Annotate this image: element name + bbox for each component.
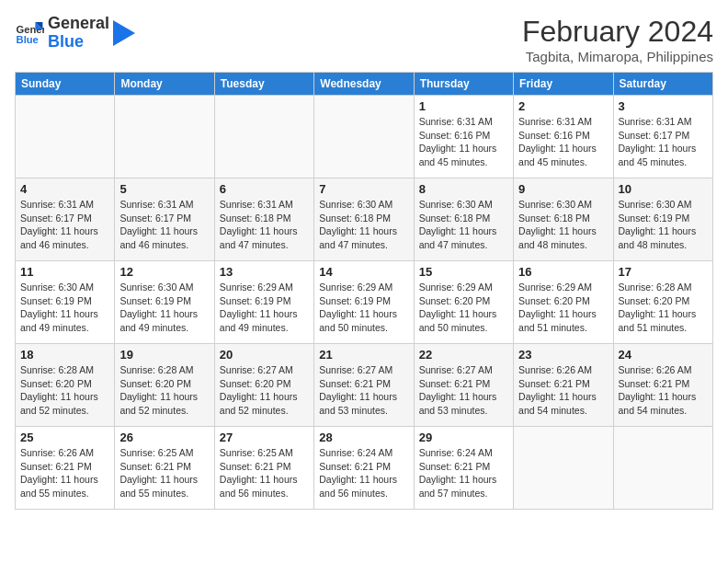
sunrise-info: Sunrise: 6:30 AMSunset: 6:18 PMDaylight:… [419, 199, 497, 250]
day-number: 22 [419, 348, 508, 362]
sunrise-info: Sunrise: 6:27 AMSunset: 6:20 PMDaylight:… [220, 364, 298, 416]
calendar-month-year: February 2024 [522, 15, 713, 49]
day-number: 24 [619, 348, 708, 362]
calendar-cell [514, 427, 613, 510]
calendar-cell: 7 Sunrise: 6:30 AMSunset: 6:18 PMDayligh… [314, 178, 414, 261]
calendar-cell: 18 Sunrise: 6:28 AMSunset: 6:20 PMDaylig… [16, 344, 115, 427]
calendar-cell: 25 Sunrise: 6:26 AMSunset: 6:21 PMDaylig… [16, 427, 115, 510]
sunrise-info: Sunrise: 6:31 AMSunset: 6:17 PMDaylight:… [20, 199, 98, 250]
sunrise-info: Sunrise: 6:27 AMSunset: 6:21 PMDaylight:… [319, 364, 397, 416]
day-number: 29 [419, 431, 508, 444]
weekday-header-row: SundayMondayTuesdayWednesdayThursdayFrid… [16, 73, 713, 96]
sunrise-info: Sunrise: 6:29 AMSunset: 6:20 PMDaylight:… [419, 282, 497, 333]
calendar-cell: 16 Sunrise: 6:29 AMSunset: 6:20 PMDaylig… [514, 261, 613, 344]
weekday-header-wednesday: Wednesday [314, 73, 414, 96]
calendar-week-row: 1 Sunrise: 6:31 AMSunset: 6:16 PMDayligh… [16, 96, 713, 178]
calendar-cell: 8 Sunrise: 6:30 AMSunset: 6:18 PMDayligh… [414, 178, 513, 261]
day-number: 6 [220, 182, 309, 196]
calendar-cell: 21 Sunrise: 6:27 AMSunset: 6:21 PMDaylig… [314, 344, 414, 427]
sunrise-info: Sunrise: 6:31 AMSunset: 6:16 PMDaylight:… [419, 116, 497, 167]
sunrise-info: Sunrise: 6:29 AMSunset: 6:19 PMDaylight:… [220, 282, 298, 333]
day-number: 14 [319, 265, 408, 279]
day-number: 9 [518, 182, 608, 196]
sunrise-info: Sunrise: 6:26 AMSunset: 6:21 PMDaylight:… [20, 447, 98, 499]
calendar-cell: 5 Sunrise: 6:31 AMSunset: 6:17 PMDayligh… [115, 178, 214, 261]
day-number: 5 [119, 182, 209, 196]
calendar-cell: 13 Sunrise: 6:29 AMSunset: 6:19 PMDaylig… [214, 261, 313, 344]
calendar-week-row: 4 Sunrise: 6:31 AMSunset: 6:17 PMDayligh… [16, 178, 713, 261]
calendar-title-area: February 2024 Tagbita, Mimaropa, Philipp… [522, 15, 713, 64]
calendar-cell: 26 Sunrise: 6:25 AMSunset: 6:21 PMDaylig… [115, 427, 214, 510]
day-number: 4 [20, 182, 109, 196]
sunrise-info: Sunrise: 6:31 AMSunset: 6:16 PMDaylight:… [518, 116, 597, 167]
calendar-table: SundayMondayTuesdayWednesdayThursdayFrid… [15, 72, 713, 510]
sunrise-info: Sunrise: 6:28 AMSunset: 6:20 PMDaylight:… [20, 364, 98, 416]
svg-marker-4 [113, 20, 135, 46]
page-header: General Blue General Blue February 2024 … [15, 15, 713, 64]
sunrise-info: Sunrise: 6:26 AMSunset: 6:21 PMDaylight:… [619, 364, 697, 416]
day-number: 19 [119, 348, 209, 362]
day-number: 12 [119, 265, 209, 279]
sunrise-info: Sunrise: 6:27 AMSunset: 6:21 PMDaylight:… [419, 364, 497, 416]
logo-text-general: General [48, 15, 109, 33]
day-number: 28 [319, 431, 408, 444]
weekday-header-thursday: Thursday [414, 73, 513, 96]
day-number: 13 [220, 265, 309, 279]
calendar-cell: 2 Sunrise: 6:31 AMSunset: 6:16 PMDayligh… [514, 96, 613, 178]
sunrise-info: Sunrise: 6:28 AMSunset: 6:20 PMDaylight:… [119, 364, 198, 416]
calendar-location: Tagbita, Mimaropa, Philippines [522, 49, 713, 64]
calendar-cell: 27 Sunrise: 6:25 AMSunset: 6:21 PMDaylig… [214, 427, 313, 510]
logo-icon: General Blue [15, 18, 44, 48]
logo-arrow-icon [113, 20, 135, 46]
weekday-header-sunday: Sunday [16, 73, 115, 96]
sunrise-info: Sunrise: 6:29 AMSunset: 6:19 PMDaylight:… [319, 282, 397, 333]
sunrise-info: Sunrise: 6:28 AMSunset: 6:20 PMDaylight:… [619, 282, 697, 333]
calendar-cell: 1 Sunrise: 6:31 AMSunset: 6:16 PMDayligh… [414, 96, 513, 178]
sunrise-info: Sunrise: 6:29 AMSunset: 6:20 PMDaylight:… [518, 282, 597, 333]
sunrise-info: Sunrise: 6:30 AMSunset: 6:18 PMDaylight:… [518, 199, 597, 250]
calendar-cell: 23 Sunrise: 6:26 AMSunset: 6:21 PMDaylig… [514, 344, 613, 427]
sunrise-info: Sunrise: 6:31 AMSunset: 6:17 PMDaylight:… [619, 116, 697, 167]
calendar-cell: 3 Sunrise: 6:31 AMSunset: 6:17 PMDayligh… [613, 96, 712, 178]
day-number: 8 [419, 182, 508, 196]
sunrise-info: Sunrise: 6:24 AMSunset: 6:21 PMDaylight:… [319, 447, 397, 499]
calendar-cell [16, 96, 115, 178]
calendar-cell [115, 96, 214, 178]
calendar-cell: 9 Sunrise: 6:30 AMSunset: 6:18 PMDayligh… [514, 178, 613, 261]
day-number: 18 [20, 348, 109, 362]
calendar-cell [214, 96, 313, 178]
calendar-cell: 6 Sunrise: 6:31 AMSunset: 6:18 PMDayligh… [214, 178, 313, 261]
calendar-cell: 4 Sunrise: 6:31 AMSunset: 6:17 PMDayligh… [16, 178, 115, 261]
calendar-cell: 10 Sunrise: 6:30 AMSunset: 6:19 PMDaylig… [613, 178, 712, 261]
weekday-header-friday: Friday [514, 73, 613, 96]
day-number: 17 [619, 265, 708, 279]
sunrise-info: Sunrise: 6:30 AMSunset: 6:19 PMDaylight:… [119, 282, 198, 333]
day-number: 21 [319, 348, 408, 362]
calendar-week-row: 11 Sunrise: 6:30 AMSunset: 6:19 PMDaylig… [16, 261, 713, 344]
calendar-cell: 12 Sunrise: 6:30 AMSunset: 6:19 PMDaylig… [115, 261, 214, 344]
day-number: 2 [518, 99, 608, 113]
sunrise-info: Sunrise: 6:31 AMSunset: 6:18 PMDaylight:… [220, 199, 298, 250]
calendar-cell [314, 96, 414, 178]
day-number: 25 [20, 431, 109, 444]
sunrise-info: Sunrise: 6:31 AMSunset: 6:17 PMDaylight:… [119, 199, 198, 250]
weekday-header-monday: Monday [115, 73, 214, 96]
calendar-cell: 22 Sunrise: 6:27 AMSunset: 6:21 PMDaylig… [414, 344, 513, 427]
calendar-cell [613, 427, 712, 510]
sunrise-info: Sunrise: 6:30 AMSunset: 6:19 PMDaylight:… [619, 199, 697, 250]
calendar-cell: 14 Sunrise: 6:29 AMSunset: 6:19 PMDaylig… [314, 261, 414, 344]
sunrise-info: Sunrise: 6:30 AMSunset: 6:19 PMDaylight:… [20, 282, 98, 333]
day-number: 16 [518, 265, 608, 279]
day-number: 11 [20, 265, 109, 279]
sunrise-info: Sunrise: 6:25 AMSunset: 6:21 PMDaylight:… [220, 447, 298, 499]
calendar-cell: 28 Sunrise: 6:24 AMSunset: 6:21 PMDaylig… [314, 427, 414, 510]
day-number: 3 [619, 99, 708, 113]
day-number: 1 [419, 99, 508, 113]
calendar-cell: 20 Sunrise: 6:27 AMSunset: 6:20 PMDaylig… [214, 344, 313, 427]
logo-text-blue: Blue [48, 33, 109, 52]
logo: General Blue General Blue [15, 15, 135, 52]
calendar-cell: 29 Sunrise: 6:24 AMSunset: 6:21 PMDaylig… [414, 427, 513, 510]
calendar-cell: 11 Sunrise: 6:30 AMSunset: 6:19 PMDaylig… [16, 261, 115, 344]
day-number: 20 [220, 348, 309, 362]
day-number: 26 [119, 431, 209, 444]
